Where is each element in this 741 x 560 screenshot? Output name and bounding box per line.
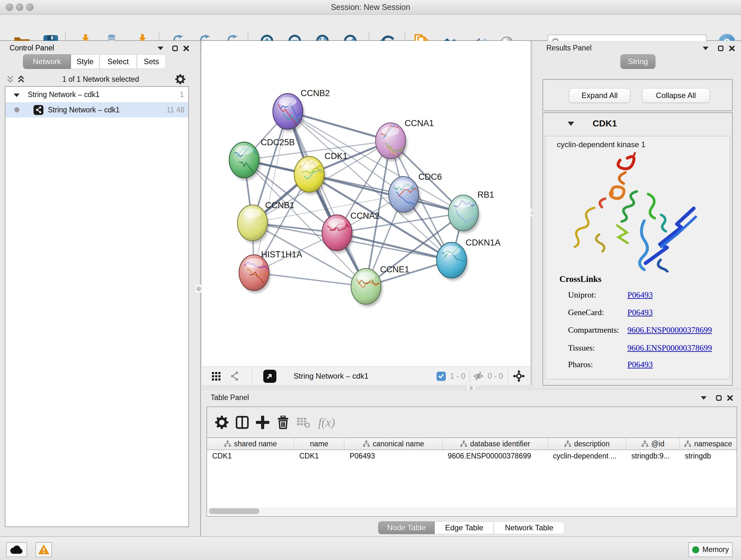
- tab-style[interactable]: Style: [71, 54, 99, 69]
- column-header[interactable]: shared name: [207, 438, 294, 449]
- network-node-CCNE1[interactable]: [351, 268, 383, 307]
- network-node-RB1[interactable]: [448, 195, 480, 233]
- network-canvas[interactable]: CCNB2CCNA1CDC25BCDK1CDC6RB1CCNB1CCNA2CDK…: [202, 41, 530, 367]
- tab-string[interactable]: String: [620, 54, 656, 69]
- column-header[interactable]: name: [294, 438, 345, 449]
- function-builder-icon[interactable]: f(x): [314, 415, 335, 429]
- crosslink-link[interactable]: P06493: [627, 308, 653, 317]
- network-node-CDC6[interactable]: [389, 177, 423, 215]
- panel-float-icon[interactable]: [714, 393, 724, 402]
- cell-id[interactable]: stringdb:9...: [626, 450, 680, 462]
- control-panel-title: Control Panel: [10, 44, 54, 52]
- footer-separator: [469, 370, 470, 382]
- memory-label: Memory: [702, 545, 729, 554]
- table-settings-gear-icon[interactable]: [212, 414, 232, 431]
- status-bar: Memory: [0, 537, 741, 560]
- memory-button[interactable]: Memory: [688, 542, 733, 557]
- panel-close-icon[interactable]: [181, 44, 191, 53]
- node-label-CCNB2: CCNB2: [300, 88, 330, 98]
- main-toolbar: ?: [0, 15, 741, 41]
- tab-select[interactable]: Select: [99, 54, 137, 69]
- tab-node-table[interactable]: Node Table: [378, 521, 434, 534]
- results-content: CDK1 cyclin-dependent kinase 1: [542, 112, 733, 386]
- expand-all-icon[interactable]: [16, 74, 26, 84]
- cloud-icon: [10, 545, 23, 554]
- node-table: shared name name canonical name database…: [206, 437, 737, 516]
- grid-view-icon[interactable]: [210, 367, 222, 385]
- column-header[interactable]: database identifier: [443, 438, 548, 449]
- table-header-row: shared name name canonical name database…: [207, 438, 737, 450]
- hidden-eye-icon[interactable]: [472, 367, 485, 385]
- panel-menu-icon[interactable]: [701, 44, 711, 53]
- fit-content-crosshair-icon[interactable]: [511, 367, 527, 385]
- node-label-CDK1: CDK1: [325, 151, 347, 161]
- column-header[interactable]: description: [548, 438, 626, 449]
- column-header[interactable]: canonical name: [344, 438, 443, 449]
- network-graph: CCNB2CCNA1CDC25BCDK1CDC6RB1CCNB1CCNA2CDK…: [202, 41, 530, 367]
- network-view-title: String Network – cdk1: [293, 367, 368, 385]
- manage-columns-icon[interactable]: [232, 414, 253, 431]
- tab-network[interactable]: Network: [23, 54, 71, 69]
- results-toolbox: Expand All Collapse All: [542, 79, 733, 111]
- network-node-CDKN1A[interactable]: [436, 242, 468, 281]
- panel-close-icon[interactable]: [727, 44, 737, 53]
- cell-canonical-name[interactable]: P06493: [344, 450, 443, 462]
- hidden-count: 0 - 0: [485, 367, 506, 385]
- collection-expander-icon[interactable]: [5, 90, 28, 99]
- cell-database-identifier[interactable]: 9606.ENSP00000378699: [443, 450, 548, 462]
- network-node-HIST1H1A[interactable]: [239, 255, 276, 293]
- network-status-dot: [14, 107, 19, 112]
- panel-float-icon[interactable]: [716, 44, 725, 53]
- selected-checkbox-icon[interactable]: [436, 367, 446, 385]
- panel-menu-icon[interactable]: [699, 393, 709, 402]
- network-edge-count: 48: [174, 106, 188, 114]
- panel-menu-icon[interactable]: [156, 44, 165, 53]
- cell-namespace[interactable]: stringdb: [680, 450, 737, 462]
- network-node-CCNB1[interactable]: [238, 205, 269, 243]
- network-row[interactable]: String Network – cdk1 11 48: [5, 102, 188, 118]
- collapse-all-button[interactable]: Collapse All: [642, 88, 710, 103]
- network-list-header: 1 of 1 Network selected: [5, 73, 189, 85]
- network-node-CCNB2[interactable]: [273, 94, 307, 132]
- panel-float-icon[interactable]: [170, 44, 180, 53]
- network-options-gear-icon[interactable]: [175, 74, 186, 84]
- network-node-CDK1[interactable]: [294, 157, 330, 195]
- network-collection-row[interactable]: String Network – cdk1 1: [5, 87, 188, 102]
- cell-name[interactable]: CDK1: [294, 450, 345, 462]
- cell-shared-name[interactable]: CDK1: [207, 450, 294, 462]
- expand-all-button[interactable]: Expand All: [569, 88, 630, 103]
- memory-status-dot: [692, 546, 699, 553]
- gene-section-header[interactable]: CDK1: [543, 113, 732, 134]
- node-label-CDC25B: CDC25B: [261, 138, 295, 147]
- delete-table-icon[interactable]: [293, 414, 314, 431]
- add-column-icon[interactable]: [253, 414, 273, 431]
- crosslink-link[interactable]: P06493: [627, 290, 653, 300]
- tab-sets[interactable]: Sets: [137, 54, 166, 69]
- crosslink-link[interactable]: 9606.ENSP00000378699: [627, 325, 712, 335]
- panel-close-icon[interactable]: [725, 393, 735, 402]
- warnings-button[interactable]: [36, 542, 52, 557]
- crosslink-link[interactable]: P06493: [627, 360, 653, 369]
- splitter-handle[interactable]: [467, 385, 475, 390]
- network-node-CDC25B[interactable]: [229, 142, 262, 182]
- network-node-CCNA1[interactable]: [376, 120, 408, 162]
- cell-description[interactable]: cyclin-dependent ...: [548, 450, 626, 462]
- network-overview-icon[interactable]: [228, 367, 241, 385]
- table-row[interactable]: CDK1 CDK1 P06493 9606.ENSP00000378699 cy…: [207, 450, 737, 462]
- collapse-all-icon[interactable]: [5, 74, 16, 84]
- splitter-handle[interactable]: [195, 285, 202, 293]
- network-edge: [254, 111, 288, 273]
- column-header[interactable]: namespace: [680, 438, 737, 449]
- scrollbar-thumb[interactable]: [209, 508, 259, 514]
- column-header[interactable]: @id: [626, 438, 680, 449]
- crosslink-link[interactable]: 9606.ENSP00000378699: [627, 343, 712, 353]
- birdseye-view-icon[interactable]: [263, 367, 277, 385]
- tab-network-table[interactable]: Network Table: [494, 521, 564, 534]
- network-type-icon: [33, 105, 44, 115]
- network-node-CCNA2[interactable]: [322, 215, 356, 253]
- tab-edge-table[interactable]: Edge Table: [434, 521, 494, 534]
- delete-columns-trash-icon[interactable]: [273, 414, 293, 431]
- table-horizontal-scrollbar[interactable]: [208, 507, 736, 515]
- gene-expander-icon[interactable]: [568, 122, 574, 126]
- cloud-status-button[interactable]: [6, 542, 27, 557]
